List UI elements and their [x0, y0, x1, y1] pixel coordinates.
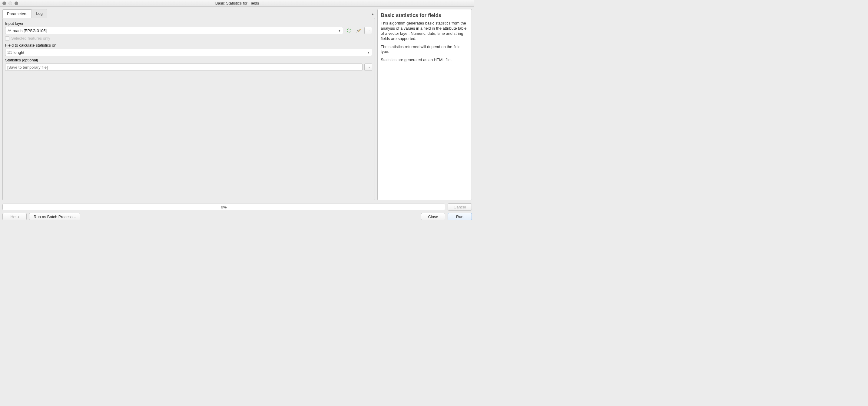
- help-button[interactable]: Help: [2, 213, 27, 220]
- tab-parameters[interactable]: Parameters: [2, 9, 32, 18]
- close-button[interactable]: Close: [421, 213, 445, 220]
- ellipsis-icon: ...: [367, 65, 370, 68]
- window-zoom-icon[interactable]: [14, 1, 18, 5]
- tab-log[interactable]: Log: [31, 9, 47, 18]
- ellipsis-icon: ...: [367, 28, 370, 32]
- selected-features-checkbox: Selected features only: [5, 36, 372, 40]
- titlebar: Basic Statistics for Fields: [0, 0, 474, 7]
- chevron-down-icon: ▼: [336, 29, 341, 32]
- help-title: Basic statistics for fields: [381, 12, 468, 19]
- statistics-output-field[interactable]: [5, 64, 363, 71]
- checkbox-icon: [5, 36, 9, 40]
- collapse-help-icon[interactable]: ▸: [371, 10, 375, 18]
- window-minimize-icon[interactable]: [8, 1, 12, 5]
- statistics-output-browse-button[interactable]: ...: [364, 64, 372, 71]
- help-paragraph-2: The statistics returned will depend on t…: [381, 44, 468, 55]
- input-layer-value: roads [EPSG:3106]: [13, 28, 336, 33]
- field-combo[interactable]: 123 lenght ▼: [5, 49, 372, 56]
- line-layer-icon: [7, 28, 11, 33]
- progress-text: 0%: [221, 205, 227, 209]
- selected-features-label: Selected features only: [11, 36, 50, 40]
- input-layer-label: Input layer: [5, 21, 372, 26]
- progress-bar: 0%: [2, 204, 445, 210]
- iterate-features-button[interactable]: [345, 27, 353, 34]
- help-panel: Basic statistics for fields This algorit…: [377, 9, 472, 200]
- advanced-options-button[interactable]: [355, 27, 363, 34]
- window-title: Basic Statistics for Fields: [0, 1, 474, 5]
- help-paragraph-3: Statistics are generated as an HTML file…: [381, 58, 468, 63]
- help-paragraph-1: This algorithm generates basic statistic…: [381, 21, 468, 41]
- statistics-label: Statistics [optional]: [5, 58, 372, 62]
- input-layer-combo[interactable]: roads [EPSG:3106] ▼: [5, 27, 343, 34]
- field-label: Field to calculate statistics on: [5, 43, 372, 47]
- input-layer-browse-button[interactable]: ...: [364, 27, 372, 34]
- run-button[interactable]: Run: [447, 213, 472, 220]
- numeric-field-icon: 123: [7, 51, 12, 54]
- tab-bar: Parameters Log: [2, 9, 47, 18]
- cancel-button: Cancel: [447, 203, 472, 210]
- parameters-panel: Input layer roads [EPSG:3106] ▼: [2, 18, 375, 200]
- statistics-output-input[interactable]: [7, 65, 361, 70]
- run-batch-button[interactable]: Run as Batch Process...: [29, 213, 80, 220]
- window-controls: [2, 1, 18, 5]
- window-close-icon[interactable]: [2, 1, 6, 5]
- chevron-down-icon: ▼: [365, 51, 370, 54]
- field-value: lenght: [13, 50, 365, 55]
